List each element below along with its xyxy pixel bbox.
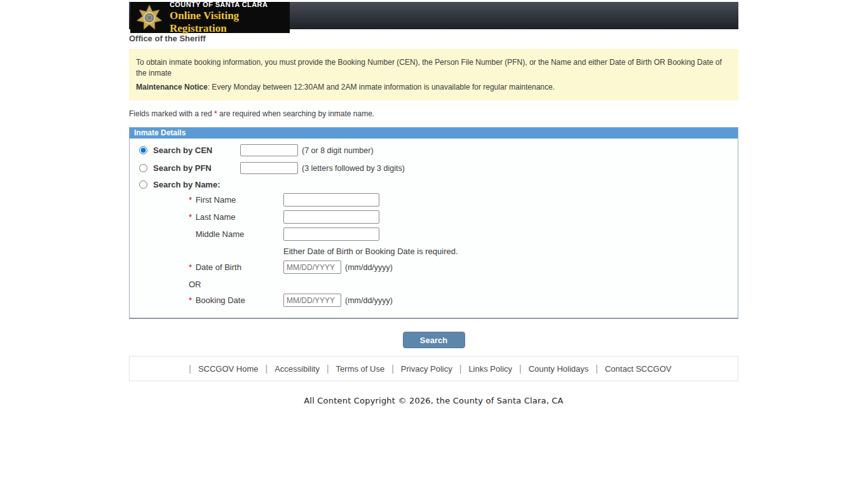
last-name-row: * Last Name [130,210,738,224]
booking-date-required-asterisk: * [189,295,193,305]
middle-name-row: Middle Name [130,227,738,241]
dob-required-asterisk: * [189,262,193,272]
maintenance-notice-text: : Every Monday between 12:30AM and 2AM i… [208,83,555,92]
section-header: Inmate Details [130,128,738,139]
pfn-input[interactable] [240,162,298,174]
date-requirement-note: Either Date of Birth or Booking Date is … [283,247,738,256]
or-label: OR [189,280,738,289]
dob-label-text: Date of Birth [196,262,241,272]
booking-info-notice: To obtain inmate booking information, yo… [136,57,731,79]
inmate-details-panel: Inmate Details Search by CEN (7 or 8 dig… [129,127,738,319]
footer-link-sccgov-home[interactable]: SCCGOV Home [198,364,259,374]
footer-separator: | [266,363,268,374]
search-by-cen-label: Search by CEN [153,146,240,155]
search-by-pfn-row: Search by PFN (3 letters followed by 3 d… [130,162,738,174]
search-by-name-row: Search by Name: [130,180,738,189]
footer-link-terms-of-use[interactable]: Terms of Use [336,364,385,374]
search-by-cen-row: Search by CEN (7 or 8 digit number) [130,144,738,156]
last-name-label: * Last Name [189,212,283,222]
sheriff-star-icon [135,4,163,32]
middle-name-label-text: Middle Name [196,229,245,239]
footer-separator: | [459,363,462,374]
last-name-required-asterisk: * [189,212,193,222]
last-name-label-text: Last Name [196,212,236,222]
first-name-row: * First Name [130,193,738,207]
pfn-hint: (3 letters followed by 3 digits) [302,164,405,173]
app-title: Online Visiting Registration [170,10,290,35]
agency-name: COUNTY OF SANTA CLARA [170,1,290,8]
first-name-input[interactable] [283,193,379,207]
page-subtitle: Office of the Sheriff [129,34,738,43]
date-of-birth-row: * Date of Birth (mm/dd/yyyy) [130,261,738,274]
search-by-pfn-label: Search by PFN [153,163,240,173]
booking-date-format-hint: (mm/dd/yyyy) [345,296,393,305]
required-note-before: Fields marked with a red [129,109,214,118]
footer-link-contact-sccgov[interactable]: Contact SCCGOV [605,364,672,374]
footer-nav: | SCCGOV Home | Accessibility | Terms of… [129,356,738,381]
footer-separator: | [519,363,522,374]
booking-date-input[interactable] [283,294,341,307]
booking-date-label: * Booking Date [189,295,283,305]
date-of-birth-label: * Date of Birth [189,262,283,272]
booking-date-label-text: Booking Date [196,295,245,305]
footer-link-links-policy[interactable]: Links Policy [468,364,512,374]
required-note-after: are required when searching by inmate na… [217,109,374,118]
search-by-pfn-radio[interactable] [139,164,147,172]
search-by-name-radio[interactable] [139,180,147,189]
logo-text: COUNTY OF SANTA CLARA Online Visiting Re… [170,1,290,35]
footer-separator: | [595,363,598,374]
required-fields-note: Fields marked with a red * are required … [129,109,738,118]
middle-name-input[interactable] [283,227,379,241]
first-name-label-text: First Name [196,195,236,205]
search-button[interactable]: Search [403,332,465,348]
copyright-text: All Content Copyright © 2026, the County… [129,396,738,405]
footer-link-county-holidays[interactable]: County Holidays [529,364,589,374]
footer-link-privacy-policy[interactable]: Privacy Policy [401,364,452,374]
info-notice-box: To obtain inmate booking information, yo… [129,49,738,100]
maintenance-notice: Maintenance Notice: Every Monday between… [136,82,731,93]
search-by-cen-radio[interactable] [139,146,147,154]
date-of-birth-input[interactable] [283,261,341,274]
first-name-required-asterisk: * [189,195,193,205]
cen-input[interactable] [240,144,298,156]
cen-hint: (7 or 8 digit number) [302,146,374,155]
footer-separator: | [189,363,191,374]
middle-name-label: Middle Name [189,229,283,239]
footer-link-accessibility[interactable]: Accessibility [275,364,320,374]
footer-separator: | [391,363,394,374]
search-by-name-label: Search by Name: [153,180,240,189]
first-name-label: * First Name [189,195,283,205]
booking-date-row: * Booking Date (mm/dd/yyyy) [130,294,738,307]
dob-format-hint: (mm/dd/yyyy) [345,263,393,272]
logo: COUNTY OF SANTA CLARA Online Visiting Re… [130,2,290,33]
page-container: COUNTY OF SANTA CLARA Online Visiting Re… [129,2,738,405]
maintenance-notice-label: Maintenance Notice [136,83,208,92]
footer-separator: | [327,363,329,374]
last-name-input[interactable] [283,210,379,224]
